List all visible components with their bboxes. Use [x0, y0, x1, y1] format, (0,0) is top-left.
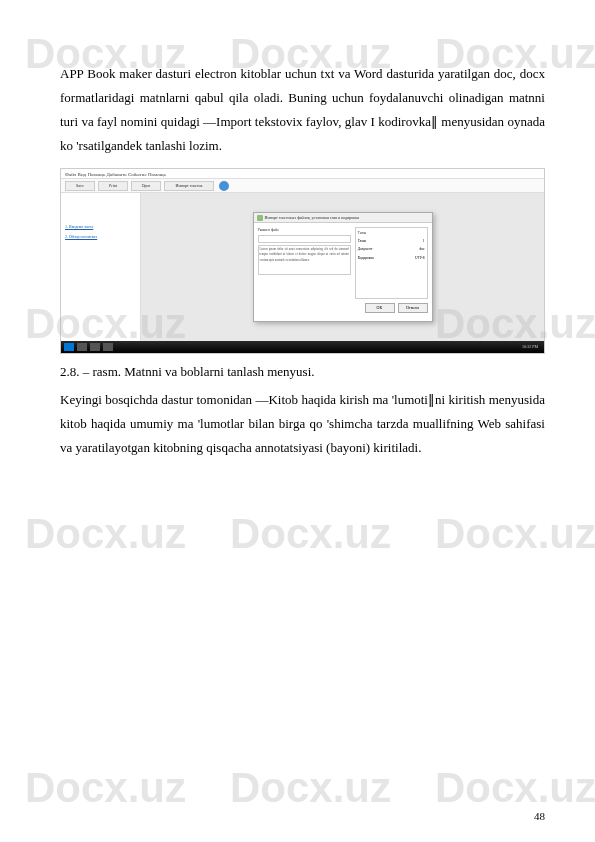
file-input[interactable]	[258, 235, 351, 243]
toolbar-button-open[interactable]: Open	[131, 181, 161, 191]
app-main: 1. Вводная часть 2. Обзор основных Импор…	[61, 193, 544, 341]
cancel-button[interactable]: Отмена	[398, 303, 428, 313]
taskbar-item[interactable]	[77, 343, 87, 351]
taskbar-item[interactable]	[103, 343, 113, 351]
page-number: 48	[534, 810, 545, 822]
app-toolbar: Save Print Open Импорт текстов	[61, 179, 544, 193]
paragraph-2: Keyingi bosqichda dastur tomonidan ―Kito…	[60, 388, 545, 460]
paragraph-1: APP Book maker dasturi electron kitoblar…	[60, 62, 545, 158]
watermark: Docx.uz	[25, 764, 186, 812]
row-chapter: Глава 1	[358, 238, 425, 244]
preview-textarea[interactable]: Lorem ipsum dolor sit amet consectetur a…	[258, 245, 351, 275]
toolbar-button-save[interactable]: Save	[65, 181, 95, 191]
watermark: Docx.uz	[230, 510, 391, 558]
watermark: Docx.uz	[25, 510, 186, 558]
dialog-title-text: Импорт текстовых файлов, установки глав …	[265, 214, 360, 221]
dialog-titlebar: Импорт текстовых файлов, установки глав …	[254, 213, 432, 223]
sidebar-link-1[interactable]: 1. Вводная часть	[65, 223, 136, 230]
dialog-left-panel: Укажите файл Lorem ipsum dolor sit amet …	[258, 227, 351, 299]
taskbar-clock: 10:32 PM	[522, 343, 541, 350]
taskbar-item[interactable]	[90, 343, 100, 351]
embedded-screenshot: Файл Вид Помощь Добавить Событие Помощь …	[60, 168, 545, 354]
row-document: Документ doc	[358, 246, 425, 252]
watermark: Docx.uz	[435, 510, 595, 558]
watermark: Docx.uz	[230, 764, 391, 812]
watermark: Docx.uz	[435, 764, 595, 812]
gear-icon[interactable]	[219, 181, 229, 191]
row-encoding: Кодировка UTF-8	[358, 255, 425, 261]
file-label: Укажите файл	[258, 227, 351, 233]
toolbar-button-import[interactable]: Импорт текстов	[164, 181, 214, 191]
toolbar-button-print[interactable]: Print	[98, 181, 128, 191]
dialog-right-panel: Типы Глава 1 Документ doc Кодировка	[355, 227, 428, 299]
dialog-icon	[257, 215, 263, 221]
sidebar-link-2[interactable]: 2. Обзор основных	[65, 233, 136, 240]
figure-caption: 2.8. – rasm. Matnni va boblarni tanlash …	[60, 360, 545, 384]
windows-taskbar: 10:32 PM	[61, 341, 544, 353]
app-canvas: Импорт текстовых файлов, установки глав …	[141, 193, 544, 341]
dialog-buttons: OK Отмена	[254, 303, 432, 317]
app-sidebar: 1. Вводная часть 2. Обзор основных	[61, 193, 141, 341]
ok-button[interactable]: OK	[365, 303, 395, 313]
dialog-body: Укажите файл Lorem ipsum dolor sit amet …	[254, 223, 432, 303]
start-button[interactable]	[64, 343, 74, 351]
page-content: APP Book maker dasturi electron kitoblar…	[60, 62, 545, 464]
app-menubar: Файл Вид Помощь Добавить Событие Помощь	[61, 169, 544, 179]
import-dialog: Импорт текстовых файлов, установки глав …	[253, 212, 433, 322]
types-label: Типы	[358, 230, 425, 236]
